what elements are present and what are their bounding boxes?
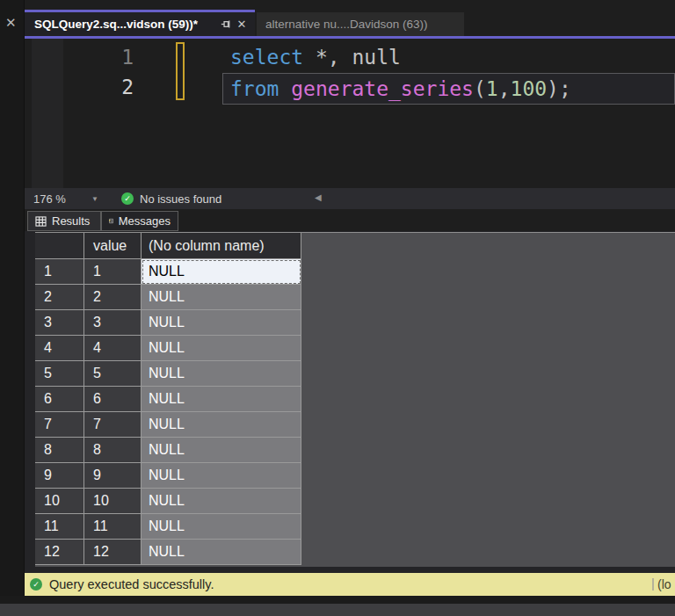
nocol-cell[interactable]: NULL [142,438,301,463]
row-number-cell[interactable]: 2 [35,285,84,310]
scrollbar-left-arrow-icon[interactable]: ◀ [315,192,322,202]
value-cell[interactable]: 2 [84,285,142,310]
nocol-cell[interactable]: NULL [142,336,301,361]
tab-close-icon[interactable]: ✕ [234,17,250,33]
grid-icon [35,216,47,227]
line-number-1: 1 [95,43,134,72]
table-row: 3 3 NULL [35,310,675,336]
zoom-level-dropdown[interactable]: 176 % ▼ [28,190,104,207]
pin-icon[interactable] [218,17,234,33]
chevron-down-icon: ▼ [91,195,98,203]
value-cell[interactable]: 5 [84,361,142,387]
close-icon[interactable]: ✕ [5,16,17,29]
table-row: 4 4 NULL [35,336,675,361]
query-status-bar: ✓ Query executed successfully. (lo [25,573,675,596]
row-number-cell[interactable]: 6 [35,387,84,412]
tab-title: SQLQuery2.sq...vidson (59))* [34,18,218,31]
row-number-cell[interactable]: 11 [35,514,84,540]
tracked-changes-bar [176,42,185,100]
row-number-cell[interactable]: 8 [35,438,84,463]
bottom-strip [0,604,675,616]
value-cell[interactable]: 8 [84,438,142,463]
row-number-cell[interactable]: 5 [35,361,84,387]
code-line-1: select *, null [230,43,401,72]
row-number-cell[interactable]: 1 [35,259,84,285]
grid-header-row: value (No column name) [35,233,675,259]
keyword-from: from [230,77,279,100]
server-name-text: (lo [657,577,675,591]
column-header-value[interactable]: value [84,233,142,259]
ssms-window: ✕ SQLQuery2.sq...vidson (59))* ✕ alterna… [0,0,675,616]
nocol-cell[interactable]: NULL [142,285,301,310]
table-row: 8 8 NULL [35,438,675,463]
tab-title: alternative nu....Davidson (63)) [265,18,428,31]
table-row: 5 5 NULL [35,361,675,387]
table-row: 10 10 NULL [35,489,675,514]
table-row: 1 1 NULL [35,259,675,285]
current-line-highlight: from generate_series(1,100); [222,73,675,105]
grid-body: 1 1 NULL 2 2 NULL 3 3 NULL 4 4 NULL 5 5 … [35,259,675,565]
number-literal: 100 [511,77,548,100]
status-bar-right: (lo [652,573,675,596]
row-number-cell[interactable]: 4 [35,336,84,361]
nocol-cell[interactable]: NULL [142,463,301,489]
table-row: 6 6 NULL [35,387,675,412]
zoom-level-value: 176 % [33,192,66,206]
keyword-select: select [230,46,303,69]
issues-status: ✓ No issues found [121,190,221,207]
message-icon [109,215,113,227]
success-check-icon: ✓ [30,578,42,591]
code-line-2: from generate_series(1,100); [223,75,571,104]
tab-sqlquery2[interactable]: SQLQuery2.sq...vidson (59))* ✕ [25,10,255,36]
results-grid[interactable]: value (No column name) 1 1 NULL 2 2 NULL… [35,232,675,567]
tab-alternative-nulls[interactable]: alternative nu....Davidson (63)) [257,12,464,36]
number-literal: 1 [486,77,498,100]
bottom-gap [0,596,675,604]
nocol-cell[interactable]: NULL [142,361,301,387]
row-number-cell[interactable]: 7 [35,412,84,438]
function-name: generate_series [291,77,474,100]
plain-text: *, null [303,46,401,69]
value-cell[interactable]: 9 [84,463,142,489]
table-row: 2 2 NULL [35,285,675,310]
nocol-cell[interactable]: NULL [142,412,301,438]
row-number-cell[interactable]: 12 [35,540,84,565]
row-number-cell[interactable]: 3 [35,310,84,336]
table-row: 9 9 NULL [35,463,675,489]
value-cell[interactable]: 12 [84,540,142,565]
code-editor[interactable]: 1 2 select *, null from generate_series(… [25,39,675,188]
row-number-cell[interactable]: 9 [35,463,84,489]
tab-results-label: Results [52,214,90,228]
value-cell[interactable]: 6 [84,387,142,412]
status-separator [652,578,654,591]
nocol-cell[interactable]: NULL [142,489,301,514]
nocol-cell[interactable]: NULL [142,514,301,540]
row-header-column[interactable] [35,233,84,259]
left-rail: ✕ [0,0,25,596]
query-status-message: Query executed successfully. [49,577,214,591]
results-panel: value (No column name) 1 1 NULL 2 2 NULL… [25,231,675,573]
editor-gutter [32,39,63,188]
value-cell[interactable]: 4 [84,336,142,361]
value-cell[interactable]: 7 [84,412,142,438]
table-row: 7 7 NULL [35,412,675,438]
tab-results[interactable]: Results [27,211,101,231]
value-cell[interactable]: 1 [84,259,142,285]
check-circle-icon: ✓ [121,192,134,205]
table-row: 12 12 NULL [35,540,675,565]
nocol-cell[interactable]: NULL [142,259,301,285]
table-row: 11 11 NULL [35,514,675,540]
line-number-2: 2 [95,73,134,102]
nocol-cell[interactable]: NULL [142,387,301,412]
column-header-no-column-name[interactable]: (No column name) [142,233,301,259]
row-number-cell[interactable]: 10 [35,489,84,514]
editor-status-row: 176 % ▼ ✓ No issues found ◀ [25,188,675,209]
tab-messages-label: Messages [119,214,171,228]
value-cell[interactable]: 3 [84,310,142,336]
nocol-cell[interactable]: NULL [142,310,301,336]
results-tab-strip: Results Messages [25,209,675,231]
value-cell[interactable]: 11 [84,514,142,540]
nocol-cell[interactable]: NULL [142,540,301,565]
tab-messages[interactable]: Messages [101,211,178,231]
value-cell[interactable]: 10 [84,489,142,514]
